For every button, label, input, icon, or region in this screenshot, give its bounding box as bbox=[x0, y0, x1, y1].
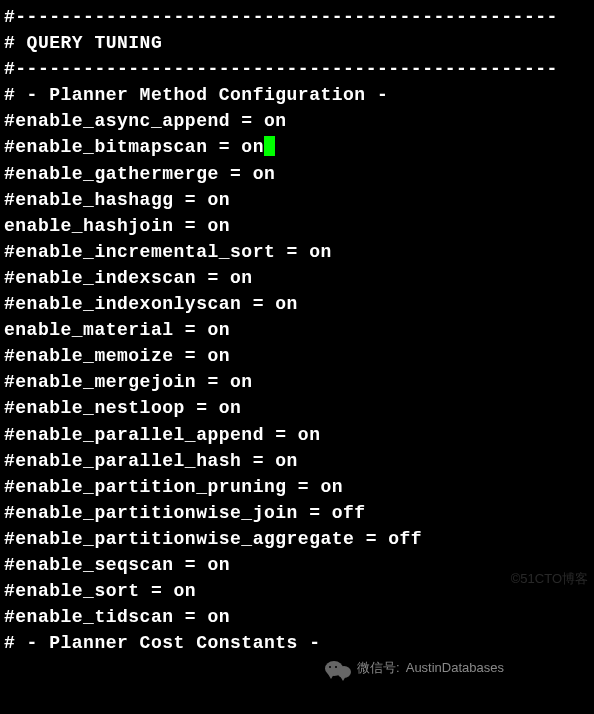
wechat-attribution: 微信号: AustinDatabases bbox=[325, 659, 504, 678]
config-line: #enable_incremental_sort = on bbox=[4, 239, 590, 265]
config-line: #enable_partition_pruning = on bbox=[4, 474, 590, 500]
config-line: #enable_mergejoin = on bbox=[4, 369, 590, 395]
config-line: #enable_parallel_append = on bbox=[4, 422, 590, 448]
config-line: #---------------------------------------… bbox=[4, 56, 590, 82]
config-line: #enable_async_append = on bbox=[4, 108, 590, 134]
config-line: # QUERY TUNING bbox=[4, 30, 590, 56]
config-line: #enable_bitmapscan = on bbox=[4, 134, 590, 160]
config-line: #enable_indexonlyscan = on bbox=[4, 291, 590, 317]
config-line: #enable_parallel_hash = on bbox=[4, 448, 590, 474]
attribution-name: AustinDatabases bbox=[406, 659, 504, 678]
config-line: #enable_gathermerge = on bbox=[4, 161, 590, 187]
config-line: #---------------------------------------… bbox=[4, 4, 590, 30]
terminal-viewport[interactable]: #---------------------------------------… bbox=[4, 4, 590, 656]
config-line: #enable_sort = on bbox=[4, 578, 590, 604]
config-line: # - Planner Method Configuration - bbox=[4, 82, 590, 108]
config-line: enable_hashjoin = on bbox=[4, 213, 590, 239]
config-line: #enable_partitionwise_join = off bbox=[4, 500, 590, 526]
config-line: # - Planner Cost Constants - bbox=[4, 630, 590, 656]
attribution-prefix: 微信号: bbox=[357, 659, 400, 678]
config-line: #enable_seqscan = on bbox=[4, 552, 590, 578]
config-line: #enable_tidscan = on bbox=[4, 604, 590, 630]
config-line: #enable_partitionwise_aggregate = off bbox=[4, 526, 590, 552]
config-line: #enable_nestloop = on bbox=[4, 395, 590, 421]
config-line: #enable_indexscan = on bbox=[4, 265, 590, 291]
config-line: enable_material = on bbox=[4, 317, 590, 343]
wechat-icon bbox=[325, 660, 351, 678]
config-line: #enable_memoize = on bbox=[4, 343, 590, 369]
watermark-text: ©51CTO博客 bbox=[511, 570, 588, 589]
text-cursor bbox=[264, 136, 275, 156]
config-line: #enable_hashagg = on bbox=[4, 187, 590, 213]
